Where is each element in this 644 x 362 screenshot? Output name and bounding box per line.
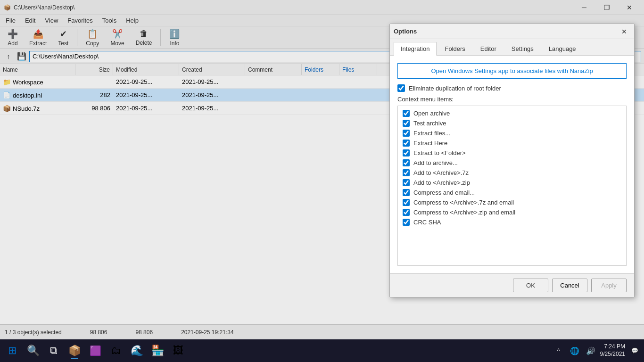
dialog-close-button[interactable]: ✕ [618,25,630,38]
open-windows-settings-button[interactable]: Open Windows Settings app to associate f… [397,63,627,79]
eliminate-dup-row: Eliminate duplication of root folder [397,84,627,92]
ctx-extract-folder[interactable] [403,149,410,156]
ctx-test-archive-label[interactable]: Test archive [413,120,446,127]
ctx-extract-here-label[interactable]: Extract Here [413,140,447,147]
options-dialog: Options ✕ Integration Folders Editor Set… [389,24,635,297]
list-item: Compress and email... [401,188,623,197]
ctx-add-archive[interactable] [403,159,410,166]
apply-button[interactable]: Apply [591,279,627,292]
ctx-compress-7z-email-label[interactable]: Compress to <Archive>.7z and email [413,199,514,206]
ctx-add-archive-label[interactable]: Add to archive... [413,159,458,166]
eliminate-dup-label[interactable]: Eliminate duplication of root folder [409,85,501,92]
list-item: Extract files... [401,129,623,138]
ctx-test-archive[interactable] [403,120,410,127]
ctx-add-7z-label[interactable]: Add to <Archive>.7z [413,169,469,176]
dialog-title-bar: Options ✕ [390,24,634,39]
ctx-crc-sha-label[interactable]: CRC SHA [413,219,441,226]
ctx-extract-folder-label[interactable]: Extract to <Folder> [413,149,466,156]
dialog-footer: OK Cancel Apply [390,273,634,297]
list-item: Add to <Archive>.zip [401,178,623,187]
list-item: Test archive [401,119,623,128]
ctx-extract-here[interactable] [403,140,410,147]
ctx-extract-files-label[interactable]: Extract files... [413,130,450,137]
tab-language[interactable]: Language [542,42,583,55]
ctx-compress-email[interactable] [403,189,410,196]
tab-integration[interactable]: Integration [394,42,437,56]
list-item: Extract to <Folder> [401,148,623,157]
ctx-compress-zip-email[interactable] [403,209,410,216]
ctx-add-zip-label[interactable]: Add to <Archive>.zip [413,179,470,186]
list-item: CRC SHA [401,218,623,227]
context-menu-label: Context menu items: [397,96,627,103]
ctx-crc-sha[interactable] [403,219,410,226]
ctx-add-7z[interactable] [403,169,410,176]
dialog-content: Open Windows Settings app to associate f… [390,56,634,273]
dialog-tabs: Integration Folders Editor Settings Lang… [390,39,634,56]
ctx-add-zip[interactable] [403,179,410,186]
context-menu-list: Open archive Test archive Extract files.… [397,106,627,266]
ctx-compress-email-label[interactable]: Compress and email... [413,189,475,196]
ctx-extract-files[interactable] [403,130,410,137]
ctx-compress-7z-email[interactable] [403,199,410,206]
list-item: Compress to <Archive>.zip and email [401,208,623,217]
list-item: Add to <Archive>.7z [401,168,623,177]
tab-editor[interactable]: Editor [473,42,504,55]
list-item: Extract Here [401,139,623,148]
cancel-button[interactable]: Cancel [552,279,587,292]
eliminate-dup-checkbox[interactable] [397,84,405,92]
ctx-open-archive-label[interactable]: Open archive [413,110,450,117]
ctx-compress-zip-email-label[interactable]: Compress to <Archive>.zip and email [413,209,515,216]
ctx-open-archive[interactable] [403,110,410,117]
ok-button[interactable]: OK [513,279,548,292]
tab-folders[interactable]: Folders [438,42,472,55]
modal-overlay: Options ✕ Integration Folders Editor Set… [0,0,644,362]
list-item: Add to archive... [401,158,623,167]
list-item: Compress to <Archive>.7z and email [401,198,623,207]
dialog-title: Options [394,28,417,35]
tab-settings[interactable]: Settings [504,42,541,55]
list-item: Open archive [401,109,623,118]
